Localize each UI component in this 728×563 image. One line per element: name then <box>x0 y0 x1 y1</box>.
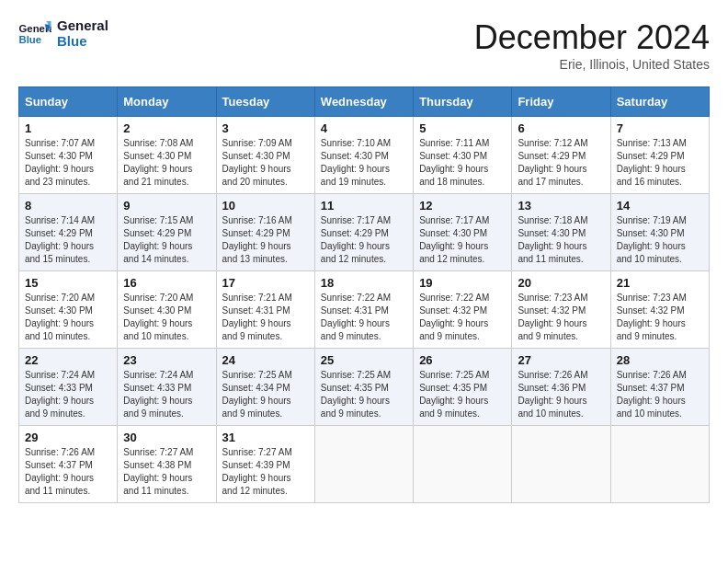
day-cell: 7 Sunrise: 7:13 AM Sunset: 4:29 PM Dayli… <box>610 117 709 194</box>
logo-blue: Blue <box>57 34 108 50</box>
day-cell <box>314 426 413 503</box>
day-cell: 31 Sunrise: 7:27 AM Sunset: 4:39 PM Dayl… <box>216 426 314 503</box>
day-number: 14 <box>617 199 703 213</box>
calendar-table: SundayMondayTuesdayWednesdayThursdayFrid… <box>18 86 710 503</box>
day-info: Sunrise: 7:17 AM Sunset: 4:30 PM Dayligh… <box>419 214 506 266</box>
day-number: 9 <box>123 199 210 213</box>
day-cell: 11 Sunrise: 7:17 AM Sunset: 4:29 PM Dayl… <box>314 194 413 271</box>
day-info: Sunrise: 7:23 AM Sunset: 4:32 PM Dayligh… <box>617 292 703 343</box>
svg-text:Blue: Blue <box>19 33 42 44</box>
day-number: 31 <box>222 431 309 444</box>
day-cell: 2 Sunrise: 7:08 AM Sunset: 4:30 PM Dayli… <box>118 117 216 194</box>
day-info: Sunrise: 7:25 AM Sunset: 4:34 PM Dayligh… <box>222 369 309 420</box>
logo-icon: General Blue <box>18 21 51 47</box>
day-info: Sunrise: 7:20 AM Sunset: 4:30 PM Dayligh… <box>123 292 210 343</box>
day-info: Sunrise: 7:22 AM Sunset: 4:31 PM Dayligh… <box>321 292 407 343</box>
day-cell: 13 Sunrise: 7:18 AM Sunset: 4:30 PM Dayl… <box>512 194 610 271</box>
day-number: 22 <box>25 353 111 367</box>
day-cell: 24 Sunrise: 7:25 AM Sunset: 4:34 PM Dayl… <box>216 349 314 426</box>
day-number: 10 <box>222 199 309 213</box>
day-info: Sunrise: 7:24 AM Sunset: 4:33 PM Dayligh… <box>123 369 210 420</box>
day-info: Sunrise: 7:26 AM Sunset: 4:37 PM Dayligh… <box>617 369 703 420</box>
weekday-header-friday: Friday <box>512 87 610 117</box>
day-info: Sunrise: 7:09 AM Sunset: 4:30 PM Dayligh… <box>222 137 309 189</box>
day-cell: 20 Sunrise: 7:23 AM Sunset: 4:32 PM Dayl… <box>512 271 610 349</box>
weekday-header-row: SundayMondayTuesdayWednesdayThursdayFrid… <box>19 87 710 117</box>
week-row-5: 29 Sunrise: 7:26 AM Sunset: 4:37 PM Dayl… <box>19 426 710 503</box>
day-info: Sunrise: 7:27 AM Sunset: 4:39 PM Dayligh… <box>222 446 309 498</box>
day-number: 15 <box>25 276 111 290</box>
day-number: 8 <box>25 199 111 213</box>
day-cell: 28 Sunrise: 7:26 AM Sunset: 4:37 PM Dayl… <box>610 349 709 426</box>
day-cell: 10 Sunrise: 7:16 AM Sunset: 4:29 PM Dayl… <box>216 194 314 271</box>
day-info: Sunrise: 7:10 AM Sunset: 4:30 PM Dayligh… <box>321 137 407 189</box>
day-cell: 6 Sunrise: 7:12 AM Sunset: 4:29 PM Dayli… <box>512 117 610 194</box>
day-number: 4 <box>321 121 407 135</box>
day-info: Sunrise: 7:07 AM Sunset: 4:30 PM Dayligh… <box>25 137 111 189</box>
day-cell: 30 Sunrise: 7:27 AM Sunset: 4:38 PM Dayl… <box>118 426 216 503</box>
day-info: Sunrise: 7:13 AM Sunset: 4:29 PM Dayligh… <box>617 137 703 189</box>
day-info: Sunrise: 7:23 AM Sunset: 4:32 PM Dayligh… <box>518 292 604 343</box>
day-cell: 21 Sunrise: 7:23 AM Sunset: 4:32 PM Dayl… <box>610 271 709 349</box>
day-number: 6 <box>518 121 604 135</box>
day-number: 23 <box>123 353 210 367</box>
day-number: 2 <box>123 121 210 135</box>
day-cell: 16 Sunrise: 7:20 AM Sunset: 4:30 PM Dayl… <box>118 271 216 349</box>
day-info: Sunrise: 7:08 AM Sunset: 4:30 PM Dayligh… <box>123 137 210 189</box>
day-info: Sunrise: 7:25 AM Sunset: 4:35 PM Dayligh… <box>321 369 407 420</box>
page-header: General Blue General Blue December 2024 … <box>18 18 710 72</box>
day-number: 27 <box>518 353 604 367</box>
day-number: 1 <box>25 121 111 135</box>
day-info: Sunrise: 7:17 AM Sunset: 4:29 PM Dayligh… <box>321 214 407 266</box>
day-number: 19 <box>419 276 506 290</box>
day-cell: 8 Sunrise: 7:14 AM Sunset: 4:29 PM Dayli… <box>19 194 118 271</box>
day-cell: 25 Sunrise: 7:25 AM Sunset: 4:35 PM Dayl… <box>314 349 413 426</box>
weekday-header-thursday: Thursday <box>414 87 512 117</box>
day-info: Sunrise: 7:26 AM Sunset: 4:36 PM Dayligh… <box>518 369 604 420</box>
weekday-header-tuesday: Tuesday <box>216 87 314 117</box>
day-cell: 26 Sunrise: 7:25 AM Sunset: 4:35 PM Dayl… <box>414 349 512 426</box>
day-info: Sunrise: 7:21 AM Sunset: 4:31 PM Dayligh… <box>222 292 309 343</box>
day-cell <box>512 426 610 503</box>
week-row-4: 22 Sunrise: 7:24 AM Sunset: 4:33 PM Dayl… <box>19 349 710 426</box>
title-block: December 2024 Erie, Illinois, United Sta… <box>474 18 710 72</box>
day-number: 16 <box>123 276 210 290</box>
day-info: Sunrise: 7:20 AM Sunset: 4:30 PM Dayligh… <box>25 292 111 343</box>
day-cell: 18 Sunrise: 7:22 AM Sunset: 4:31 PM Dayl… <box>314 271 413 349</box>
logo: General Blue General Blue <box>18 18 108 49</box>
location: Erie, Illinois, United States <box>474 57 710 72</box>
day-number: 21 <box>617 276 703 290</box>
week-row-2: 8 Sunrise: 7:14 AM Sunset: 4:29 PM Dayli… <box>19 194 710 271</box>
day-cell: 19 Sunrise: 7:22 AM Sunset: 4:32 PM Dayl… <box>414 271 512 349</box>
day-number: 28 <box>617 353 703 367</box>
day-cell: 27 Sunrise: 7:26 AM Sunset: 4:36 PM Dayl… <box>512 349 610 426</box>
day-cell: 4 Sunrise: 7:10 AM Sunset: 4:30 PM Dayli… <box>314 117 413 194</box>
day-info: Sunrise: 7:18 AM Sunset: 4:30 PM Dayligh… <box>518 214 604 266</box>
day-cell <box>414 426 512 503</box>
weekday-header-sunday: Sunday <box>19 87 118 117</box>
day-cell: 29 Sunrise: 7:26 AM Sunset: 4:37 PM Dayl… <box>19 426 118 503</box>
day-number: 30 <box>123 431 210 444</box>
day-info: Sunrise: 7:27 AM Sunset: 4:38 PM Dayligh… <box>123 446 210 498</box>
day-number: 3 <box>222 121 309 135</box>
weekday-header-saturday: Saturday <box>610 87 709 117</box>
day-cell: 14 Sunrise: 7:19 AM Sunset: 4:30 PM Dayl… <box>610 194 709 271</box>
day-number: 24 <box>222 353 309 367</box>
day-number: 7 <box>617 121 703 135</box>
day-info: Sunrise: 7:12 AM Sunset: 4:29 PM Dayligh… <box>518 137 604 189</box>
day-number: 20 <box>518 276 604 290</box>
day-cell: 17 Sunrise: 7:21 AM Sunset: 4:31 PM Dayl… <box>216 271 314 349</box>
day-number: 5 <box>419 121 506 135</box>
day-info: Sunrise: 7:16 AM Sunset: 4:29 PM Dayligh… <box>222 214 309 266</box>
day-number: 26 <box>419 353 506 367</box>
day-info: Sunrise: 7:15 AM Sunset: 4:29 PM Dayligh… <box>123 214 210 266</box>
day-info: Sunrise: 7:11 AM Sunset: 4:30 PM Dayligh… <box>419 137 506 189</box>
day-info: Sunrise: 7:24 AM Sunset: 4:33 PM Dayligh… <box>25 369 111 420</box>
day-number: 18 <box>321 276 407 290</box>
day-cell: 23 Sunrise: 7:24 AM Sunset: 4:33 PM Dayl… <box>118 349 216 426</box>
day-cell: 15 Sunrise: 7:20 AM Sunset: 4:30 PM Dayl… <box>19 271 118 349</box>
day-info: Sunrise: 7:22 AM Sunset: 4:32 PM Dayligh… <box>419 292 506 343</box>
day-cell: 12 Sunrise: 7:17 AM Sunset: 4:30 PM Dayl… <box>414 194 512 271</box>
weekday-header-wednesday: Wednesday <box>314 87 413 117</box>
day-cell <box>610 426 709 503</box>
